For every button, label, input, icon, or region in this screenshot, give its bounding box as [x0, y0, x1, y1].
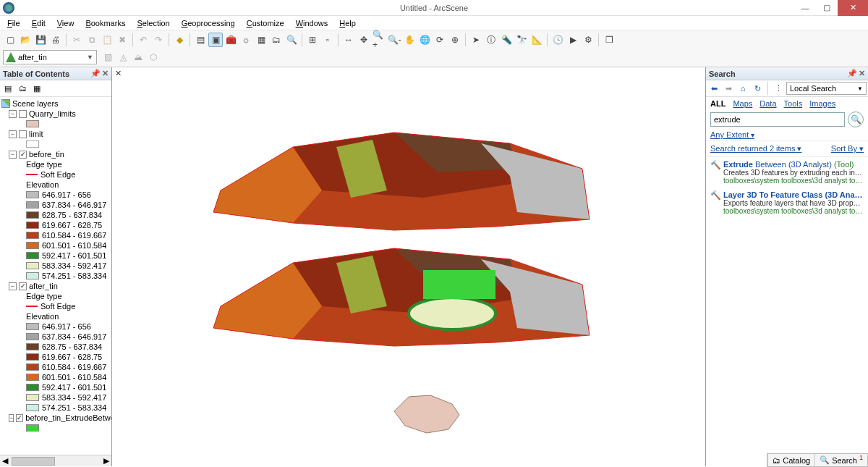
pin-icon[interactable]: 📌: [90, 69, 101, 78]
menu-selection[interactable]: Selection: [131, 17, 175, 29]
close-button[interactable]: ✕: [838, 0, 868, 16]
pan-icon[interactable]: ✋: [402, 33, 417, 47]
subwindow-icon[interactable]: ▫: [320, 33, 335, 47]
add-data-icon[interactable]: ◆: [172, 33, 187, 47]
full-extent-icon[interactable]: 🌐: [417, 33, 432, 47]
open-icon[interactable]: 📂: [18, 33, 33, 47]
fly-icon[interactable]: ✥: [357, 33, 371, 47]
paste-icon[interactable]: 📋: [100, 33, 114, 47]
undo-icon[interactable]: ↶: [136, 33, 150, 47]
list-by-source-icon[interactable]: 🗂: [16, 82, 29, 95]
viewport-close-icon[interactable]: ✕: [115, 69, 122, 78]
pin-icon[interactable]: 📌: [847, 69, 857, 78]
list-by-type-icon[interactable]: ▦: [30, 82, 43, 95]
orbit-icon[interactable]: ⟳: [433, 33, 447, 47]
panel-close-icon[interactable]: ✕: [859, 69, 865, 78]
layer-after-tin[interactable]: after_tin: [29, 282, 58, 290]
toc-scrollbar[interactable]: ◀▶: [0, 455, 111, 466]
menu-windows[interactable]: Windows: [290, 17, 334, 29]
save-icon[interactable]: 💾: [33, 33, 48, 47]
expand-toggle[interactable]: −: [9, 282, 17, 290]
minimize-button[interactable]: —: [794, 0, 816, 16]
menu-edit[interactable]: Edit: [26, 17, 51, 29]
builder-icon[interactable]: ⊞: [305, 33, 320, 47]
search-icon[interactable]: 🔍: [284, 33, 299, 47]
search-go-button[interactable]: 🔍: [848, 112, 864, 127]
layer-checkbox[interactable]: ✓: [19, 282, 27, 290]
tin-tool-2-icon[interactable]: ◬: [116, 50, 130, 64]
filter-tools[interactable]: Tools: [784, 99, 803, 108]
redo-icon[interactable]: ↷: [151, 33, 166, 47]
filter-images[interactable]: Images: [809, 99, 835, 108]
print-icon[interactable]: 🖨: [48, 33, 63, 47]
menu-customize[interactable]: Customize: [241, 17, 290, 29]
menu-bookmarks[interactable]: Bookmarks: [80, 17, 131, 29]
identify-icon[interactable]: ⓘ: [484, 33, 498, 47]
list-by-drawing-icon[interactable]: ▤: [1, 82, 14, 95]
menu-view[interactable]: View: [51, 17, 80, 29]
tin-tool-3-icon[interactable]: ⛰: [131, 50, 145, 64]
filter-maps[interactable]: Maps: [733, 99, 752, 108]
result-title[interactable]: Extrude Between (3D Analyst) (Tool): [723, 160, 864, 169]
animation-icon[interactable]: ▶: [566, 33, 580, 47]
cut-icon[interactable]: ✂: [69, 33, 84, 47]
forward-icon[interactable]: ➡: [722, 82, 735, 95]
refresh-icon[interactable]: ↻: [751, 82, 764, 95]
find-icon[interactable]: 🔦: [499, 33, 514, 47]
layer-icon[interactable]: ▦: [254, 33, 268, 47]
maximize-button[interactable]: ▢: [816, 0, 838, 16]
layer-before-tin[interactable]: before_tin: [29, 150, 64, 159]
time-icon[interactable]: 🕓: [550, 33, 565, 47]
extent-link[interactable]: Any Extent ▾: [706, 129, 868, 140]
home-icon[interactable]: ⌂: [736, 82, 749, 95]
filter-data[interactable]: Data: [760, 99, 776, 108]
sun-icon[interactable]: ☼: [239, 33, 253, 47]
layer-quarry[interactable]: Quarry_limits: [29, 109, 76, 118]
window-icon[interactable]: ▣: [208, 33, 223, 47]
tab-search[interactable]: 🔍 Search1: [814, 454, 867, 466]
layer-limit[interactable]: limit: [29, 130, 43, 138]
center-icon[interactable]: ⊕: [448, 33, 462, 47]
filter-all[interactable]: ALL: [710, 99, 726, 108]
layer-checkbox[interactable]: [19, 110, 27, 118]
catalog-icon[interactable]: 🗂: [269, 33, 284, 47]
layer-combo[interactable]: after_tin ▼: [3, 50, 97, 64]
layer-extrude[interactable]: before_tin_ExtrudeBetweenqu: [25, 413, 111, 422]
layer-checkbox[interactable]: [19, 130, 27, 138]
search-result[interactable]: 🔨Layer 3D To Feature Class (3D Analyst… …: [706, 188, 868, 218]
options-icon[interactable]: ⋮: [772, 82, 785, 95]
toc-icon[interactable]: ▤: [193, 33, 208, 47]
back-icon[interactable]: ⬅: [707, 82, 720, 95]
result-title[interactable]: Layer 3D To Feature Class (3D Analyst…: [723, 190, 864, 199]
zoomin-icon[interactable]: 🔍+: [372, 33, 386, 47]
toc-tree[interactable]: Scene layers −Quarry_limits −limit −✓bef…: [0, 97, 111, 455]
expand-toggle[interactable]: −: [9, 110, 17, 118]
menu-geoprocessing[interactable]: Geoprocessing: [176, 17, 241, 29]
menu-file[interactable]: File: [1, 17, 26, 29]
layer-checkbox[interactable]: ✓: [19, 151, 27, 159]
search-scope-combo[interactable]: Local Search ▼: [786, 82, 867, 95]
sort-by[interactable]: Sort By ▾: [831, 144, 864, 153]
search-input[interactable]: [710, 112, 845, 127]
tab-catalog[interactable]: 🗂 Catalog: [767, 454, 814, 466]
search-result[interactable]: 🔨Extrude Between (3D Analyst) (Tool)Crea…: [706, 157, 868, 188]
pointer-icon[interactable]: ➤: [469, 33, 483, 47]
cube-icon[interactable]: ❒: [602, 33, 616, 47]
expand-toggle[interactable]: −: [9, 414, 14, 422]
settings-icon[interactable]: ⚙: [581, 33, 595, 47]
results-count[interactable]: Search returned 2 items ▾: [710, 144, 801, 153]
panel-close-icon[interactable]: ✕: [102, 69, 109, 78]
expand-toggle[interactable]: −: [9, 130, 17, 138]
new-icon[interactable]: ▢: [3, 33, 17, 47]
expand-toggle[interactable]: −: [9, 151, 17, 159]
scene-viewport[interactable]: ✕: [112, 67, 705, 466]
zoomout-icon[interactable]: 🔍-: [387, 33, 401, 47]
navigate-icon[interactable]: ↔: [341, 33, 356, 47]
copy-icon[interactable]: ⧉: [85, 33, 99, 47]
binoculars-icon[interactable]: 🔭: [514, 33, 529, 47]
menu-help[interactable]: Help: [333, 17, 362, 29]
measure-icon[interactable]: 📐: [529, 33, 544, 47]
delete-icon[interactable]: ✖: [115, 33, 129, 47]
tin-tool-4-icon[interactable]: ⬡: [146, 50, 161, 64]
tin-tool-1-icon[interactable]: ▧: [101, 50, 115, 64]
